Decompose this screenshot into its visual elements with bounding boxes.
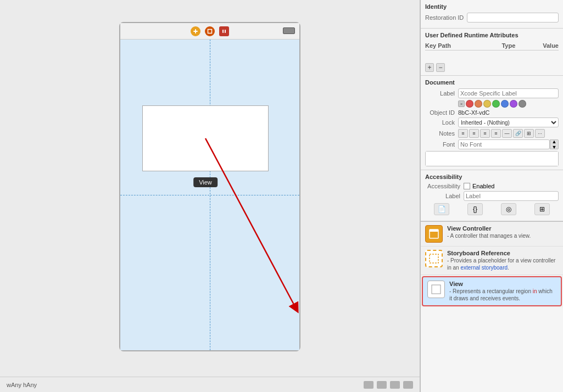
swatch-green[interactable] xyxy=(492,100,500,108)
access-icon-circle[interactable]: ◎ xyxy=(501,203,516,215)
view-icon xyxy=(427,281,445,298)
iphone-frame: View → xyxy=(119,22,300,351)
lock-select[interactable]: Inherited - (Nothing) Locked Unlocked xyxy=(458,117,559,127)
iphone-titlebar xyxy=(120,23,299,40)
view-tooltip-label: View xyxy=(193,177,218,187)
swatch-gray[interactable] xyxy=(519,100,526,108)
swatch-purple[interactable] xyxy=(510,100,517,108)
notes-link[interactable]: 🔗 xyxy=(513,129,523,138)
font-stepper-up[interactable]: ▲▼ xyxy=(550,139,559,149)
lock-label: Lock xyxy=(425,119,458,126)
notes-table[interactable]: ⊞ xyxy=(524,129,534,138)
accessibility-label: Accessibility xyxy=(425,183,464,189)
access-label-row: Label xyxy=(425,191,559,201)
view-controller-desc: - A controller that manages a view. xyxy=(447,232,531,239)
value-header: Value xyxy=(525,42,559,49)
restoration-id-row: Restoration ID xyxy=(425,13,559,23)
add-attr-button[interactable]: + xyxy=(425,63,434,72)
inspector-panel: Identity Restoration ID User Defined Run… xyxy=(420,0,563,392)
restoration-id-input[interactable] xyxy=(467,13,559,23)
swatch-yellow[interactable] xyxy=(483,100,491,108)
font-input[interactable] xyxy=(458,139,550,149)
accessibility-section: Accessibility Accessibility Enabled Labe… xyxy=(421,170,563,221)
identity-section: Identity Restoration ID xyxy=(421,0,563,29)
bottom-icon-1[interactable] xyxy=(364,381,374,389)
notes-align-justify[interactable]: ≡ xyxy=(491,129,501,138)
enabled-label: Enabled xyxy=(472,183,494,189)
notes-more[interactable]: ··· xyxy=(535,129,545,138)
svg-rect-9 xyxy=(430,254,438,263)
accessibility-checkbox[interactable] xyxy=(464,183,470,189)
guide-vertical xyxy=(210,40,210,350)
bottom-icon-4[interactable] xyxy=(403,381,413,389)
notes-toolbar: ≡ ≡ ≡ ≡ — 🔗 ⊞ ··· xyxy=(458,129,545,138)
library-item-view[interactable]: View - Represents a rectangular region i… xyxy=(422,276,562,306)
user-defined-section: User Defined Runtime Attributes Key Path… xyxy=(421,29,563,76)
access-icon-grid[interactable]: ⊞ xyxy=(534,203,550,215)
canvas-scroll: View → xyxy=(0,0,420,377)
view-controller-icon xyxy=(425,225,443,243)
battery-icon xyxy=(283,27,295,34)
iphone-body: View → xyxy=(120,40,299,350)
label-row: Label xyxy=(425,88,559,98)
plus-minus-row: + − xyxy=(425,63,559,72)
type-header: Type xyxy=(492,42,526,49)
key-path-header: Key Path xyxy=(425,42,492,49)
identity-title: Identity xyxy=(425,3,559,10)
bottom-icons xyxy=(364,381,413,389)
user-defined-title: User Defined Runtime Attributes xyxy=(425,32,559,38)
storyboard-ref-title: Storyboard Reference xyxy=(447,250,510,256)
notes-align-center[interactable]: ≡ xyxy=(469,129,479,138)
label-input[interactable] xyxy=(458,88,559,98)
swatch-red[interactable] xyxy=(466,100,473,108)
document-section: Document Label × xyxy=(421,76,563,170)
toolbar-icon-red[interactable] xyxy=(219,26,229,36)
library-item-storyboard-ref[interactable]: Storyboard Reference - Provides a placeh… xyxy=(421,247,563,275)
font-row: Font ▲▼ xyxy=(425,139,559,149)
bottom-icon-3[interactable] xyxy=(390,381,400,389)
swatch-blue[interactable] xyxy=(501,100,509,108)
notes-align-left[interactable]: ≡ xyxy=(458,129,468,138)
document-title: Document xyxy=(425,79,559,86)
remove-attr-button[interactable]: − xyxy=(436,63,445,72)
view-controller-text: View Controller - A controller that mana… xyxy=(447,225,531,239)
storyboard-ref-icon xyxy=(425,250,443,267)
size-label: wAny hAny xyxy=(7,382,37,388)
attr-table-header: Key Path Type Value xyxy=(425,41,559,51)
notes-label: Notes xyxy=(425,130,458,137)
library-item-view-controller[interactable]: View Controller - A controller that mana… xyxy=(421,222,563,247)
bottom-icon-2[interactable] xyxy=(377,381,387,389)
toolbar-icon-yellow[interactable] xyxy=(191,26,200,36)
notes-dash[interactable]: — xyxy=(502,129,512,138)
svg-rect-2 xyxy=(208,29,212,33)
view-rect[interactable]: View xyxy=(142,105,269,171)
access-label-field-label: Label xyxy=(425,193,464,199)
view-title: View xyxy=(449,281,463,287)
object-id-row: Object ID 8bC-Xf-vdC xyxy=(425,109,559,116)
notes-align-right[interactable]: ≡ xyxy=(480,129,490,138)
bottom-bar: wAny hAny xyxy=(0,377,420,392)
accessibility-title: Accessibility xyxy=(425,173,559,180)
main-container: View → xyxy=(0,0,563,392)
access-icon-doc[interactable]: 📄 xyxy=(434,203,449,215)
access-icon-code[interactable]: {} xyxy=(467,203,483,215)
notes-textarea[interactable] xyxy=(426,152,558,166)
color-x-btn[interactable]: × xyxy=(458,100,465,107)
view-controller-title: View Controller xyxy=(447,225,491,232)
svg-rect-8 xyxy=(430,229,438,232)
storyboard-ref-text: Storyboard Reference - Provides a placeh… xyxy=(447,250,559,271)
canvas-area: View → xyxy=(0,0,420,392)
access-icons-row: 📄 {} ◎ ⊞ xyxy=(425,203,559,215)
label-field-label: Label xyxy=(425,90,458,97)
font-label: Font xyxy=(425,141,458,148)
svg-rect-10 xyxy=(432,285,441,294)
library-section: View Controller - A controller that mana… xyxy=(421,221,563,307)
color-swatches xyxy=(466,100,526,108)
view-desc: - Represents a rectangular region in whi… xyxy=(449,288,556,302)
accessibility-enabled-row: Accessibility Enabled xyxy=(425,183,559,189)
notes-textarea-container xyxy=(425,151,559,166)
restoration-id-label: Restoration ID xyxy=(425,14,467,21)
swatch-orange[interactable] xyxy=(475,100,482,108)
access-label-input[interactable] xyxy=(464,191,559,201)
toolbar-icon-orange[interactable] xyxy=(205,26,215,36)
